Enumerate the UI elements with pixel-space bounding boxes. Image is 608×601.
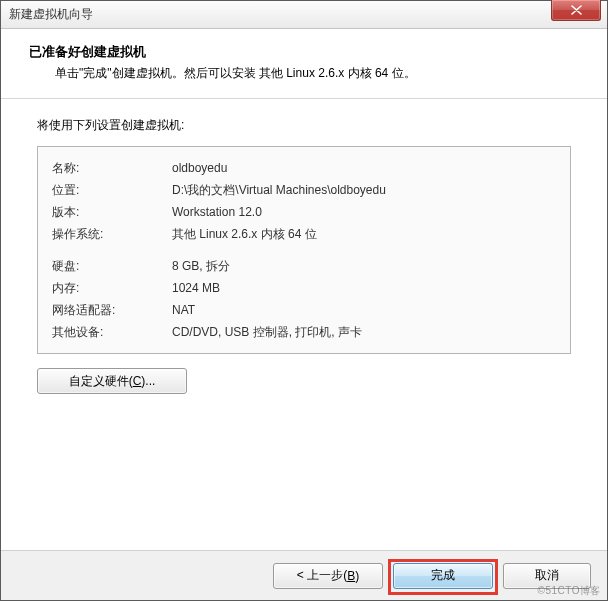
customize-hardware-button[interactable]: 自定义硬件(C)... — [37, 368, 187, 394]
summary-value: 其他 Linux 2.6.x 内核 64 位 — [172, 223, 556, 245]
finish-button[interactable]: 完成 — [393, 563, 493, 589]
header-title: 已准备好创建虚拟机 — [29, 43, 579, 61]
customize-label-post: )... — [141, 374, 155, 388]
summary-group-b: 硬盘:8 GB, 拆分内存:1024 MB网络适配器:NAT其他设备:CD/DV… — [52, 255, 556, 343]
summary-row: 操作系统:其他 Linux 2.6.x 内核 64 位 — [52, 223, 556, 245]
summary-value: oldboyedu — [172, 157, 556, 179]
footer: < 上一步(B) 完成 取消 ©51CTO博客 — [1, 550, 607, 600]
summary-row: 网络适配器:NAT — [52, 299, 556, 321]
close-icon — [571, 5, 582, 15]
customize-label-pre: 自定义硬件( — [69, 373, 133, 390]
summary-box: 名称:oldboyedu位置:D:\我的文档\Virtual Machines\… — [37, 146, 571, 354]
summary-label: 版本: — [52, 201, 172, 223]
customize-row: 自定义硬件(C)... — [37, 368, 571, 394]
summary-group-a: 名称:oldboyedu位置:D:\我的文档\Virtual Machines\… — [52, 157, 556, 245]
cancel-button[interactable]: 取消 — [503, 563, 591, 589]
wizard-window: 新建虚拟机向导 已准备好创建虚拟机 单击"完成"创建虚拟机。然后可以安装 其他 … — [0, 0, 608, 601]
summary-value: 1024 MB — [172, 277, 556, 299]
summary-label: 其他设备: — [52, 321, 172, 343]
window-title: 新建虚拟机向导 — [9, 6, 551, 23]
summary-label: 位置: — [52, 179, 172, 201]
summary-intro: 将使用下列设置创建虚拟机: — [37, 117, 571, 134]
summary-label: 操作系统: — [52, 223, 172, 245]
header-subtitle: 单击"完成"创建虚拟机。然后可以安装 其他 Linux 2.6.x 内核 64 … — [29, 65, 579, 82]
customize-accelerator: C — [133, 374, 142, 388]
cancel-label: 取消 — [535, 567, 559, 584]
summary-label: 名称: — [52, 157, 172, 179]
back-label-post: ) — [355, 569, 359, 583]
summary-row: 内存:1024 MB — [52, 277, 556, 299]
summary-gap — [52, 245, 556, 255]
summary-row: 版本:Workstation 12.0 — [52, 201, 556, 223]
back-label-pre: < 上一步( — [297, 567, 347, 584]
summary-row: 硬盘:8 GB, 拆分 — [52, 255, 556, 277]
header: 已准备好创建虚拟机 单击"完成"创建虚拟机。然后可以安装 其他 Linux 2.… — [1, 29, 607, 99]
summary-label: 网络适配器: — [52, 299, 172, 321]
summary-value: 8 GB, 拆分 — [172, 255, 556, 277]
summary-row: 位置:D:\我的文档\Virtual Machines\oldboyedu — [52, 179, 556, 201]
back-accelerator: B — [347, 569, 355, 583]
summary-value: D:\我的文档\Virtual Machines\oldboyedu — [172, 179, 556, 201]
close-button[interactable] — [551, 0, 601, 21]
back-button[interactable]: < 上一步(B) — [273, 563, 383, 589]
finish-label: 完成 — [431, 567, 455, 584]
body: 将使用下列设置创建虚拟机: 名称:oldboyedu位置:D:\我的文档\Vir… — [1, 99, 607, 550]
summary-row: 名称:oldboyedu — [52, 157, 556, 179]
summary-row: 其他设备:CD/DVD, USB 控制器, 打印机, 声卡 — [52, 321, 556, 343]
summary-value: CD/DVD, USB 控制器, 打印机, 声卡 — [172, 321, 556, 343]
summary-label: 内存: — [52, 277, 172, 299]
summary-label: 硬盘: — [52, 255, 172, 277]
summary-value: Workstation 12.0 — [172, 201, 556, 223]
summary-value: NAT — [172, 299, 556, 321]
titlebar: 新建虚拟机向导 — [1, 1, 607, 29]
